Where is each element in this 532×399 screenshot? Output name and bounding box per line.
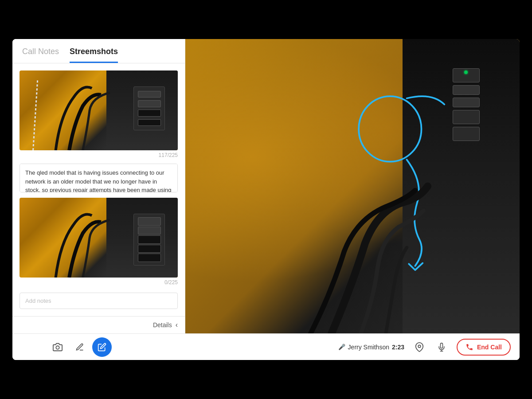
tv-port-hdmi [453, 110, 479, 124]
tv-port-usb-1 [453, 85, 479, 95]
tv-port-bottom [453, 127, 479, 141]
add-notes-input[interactable] [20, 293, 178, 309]
toolbar-tools [21, 337, 112, 357]
tab-call-notes[interactable]: Call Notes [22, 47, 59, 63]
tv-port-usb-2 [453, 98, 479, 107]
end-call-icon [466, 343, 473, 351]
screenshot-image-2 [20, 198, 178, 278]
annotate-button[interactable] [92, 337, 112, 357]
tv-port-top [453, 68, 479, 82]
screenshot-image-1 [20, 70, 178, 150]
screenshot-item-2[interactable]: 0/225 [20, 198, 178, 289]
bottom-toolbar: 🎤 Jerry Smithson 2:23 [12, 333, 520, 360]
camera-button[interactable] [48, 337, 67, 357]
location-button[interactable] [411, 339, 427, 355]
screenshot-2-counter: 0/225 [20, 279, 178, 286]
svg-point-1 [56, 346, 59, 349]
pen-button[interactable] [70, 337, 90, 357]
toolbar-right: 🎤 Jerry Smithson 2:23 [338, 339, 511, 356]
tv-ports [453, 68, 479, 144]
svg-point-2 [418, 345, 421, 348]
video-background [185, 39, 520, 333]
main-area: Call Notes Streemshots [12, 39, 520, 333]
caller-info: 🎤 Jerry Smithson 2:23 [338, 344, 404, 351]
details-chevron-button[interactable]: ‹ [176, 321, 178, 329]
sidebar-tabs: Call Notes Streemshots [12, 39, 185, 63]
sidebar: Call Notes Streemshots [12, 39, 185, 333]
screenshot-1-counter: 117/225 [20, 152, 178, 158]
mic-icon: 🎤 [338, 344, 345, 350]
caller-name: Jerry Smithson [348, 344, 389, 351]
video-area [185, 39, 520, 333]
sidebar-footer: Details ‹ [12, 316, 185, 333]
end-call-button[interactable]: End Call [457, 339, 511, 356]
sidebar-content: 117/225 The qled model that is having is… [12, 63, 185, 316]
notes-textarea-1[interactable]: The qled model that is having issues con… [20, 164, 178, 192]
tab-streemshots[interactable]: Streemshots [70, 47, 118, 63]
screenshot-item-1[interactable]: 117/225 [20, 70, 178, 162]
details-label: Details [153, 321, 172, 329]
action-icons [411, 339, 450, 355]
app-frame: Call Notes Streemshots [12, 39, 520, 360]
call-duration: 2:23 [392, 344, 404, 351]
end-call-label: End Call [477, 344, 502, 351]
microphone-button[interactable] [434, 339, 450, 355]
